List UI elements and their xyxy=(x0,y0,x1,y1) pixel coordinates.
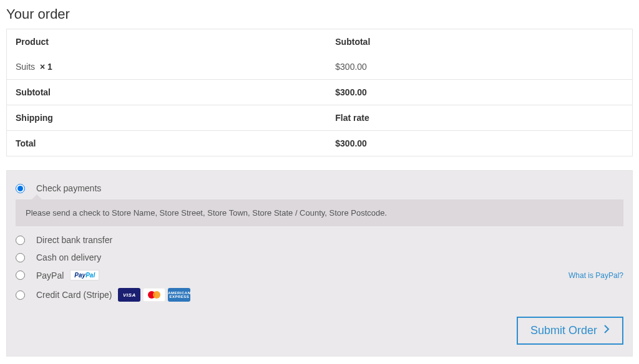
payment-option-stripe[interactable]: Credit Card (Stripe) VISA AMERICANEXPRES… xyxy=(16,284,623,305)
label-cash-on-delivery: Cash on delivery xyxy=(36,252,101,262)
payment-option-check[interactable]: Check payments xyxy=(16,180,623,197)
label-check-payments: Check payments xyxy=(36,183,101,193)
paypal-logo-icon: PayPal xyxy=(70,270,99,280)
col-product: Product xyxy=(7,29,327,55)
card-badges: VISA AMERICANEXPRESS xyxy=(118,288,190,302)
amex-icon: AMERICANEXPRESS xyxy=(168,288,190,302)
mastercard-icon xyxy=(143,288,165,302)
total-value: $300.00 xyxy=(326,131,632,156)
radio-check-payments[interactable] xyxy=(16,184,25,193)
payment-option-cod[interactable]: Cash on delivery xyxy=(16,249,623,266)
total-label: Total xyxy=(7,131,327,156)
shipping-label: Shipping xyxy=(7,105,327,131)
submit-order-label: Submit Order xyxy=(530,324,597,337)
subtotal-value: $300.00 xyxy=(326,80,632,105)
subtotal-label: Subtotal xyxy=(7,80,327,105)
payment-option-bank[interactable]: Direct bank transfer xyxy=(16,231,623,249)
order-review-table: Product Subtotal Suits × 1 $300.00 Subto… xyxy=(6,29,633,156)
line-item-subtotal: $300.00 xyxy=(326,54,632,80)
product-name: Suits xyxy=(16,62,35,72)
payment-methods-box: Check payments Please send a check to St… xyxy=(6,170,633,357)
radio-cash-on-delivery[interactable] xyxy=(16,253,25,262)
radio-paypal[interactable] xyxy=(16,271,25,280)
radio-stripe[interactable] xyxy=(16,290,25,300)
shipping-value: Flat rate xyxy=(326,105,632,131)
line-item-row: Suits × 1 $300.00 xyxy=(7,54,633,80)
chevron-right-icon xyxy=(603,324,610,337)
label-paypal: PayPal xyxy=(36,271,64,280)
label-stripe: Credit Card (Stripe) xyxy=(36,290,112,300)
check-payments-description: Please send a check to Store Name, Store… xyxy=(16,199,623,226)
product-qty-prefix: × xyxy=(40,62,45,72)
product-qty: 1 xyxy=(47,62,52,72)
col-subtotal: Subtotal xyxy=(326,29,632,55)
visa-icon: VISA xyxy=(118,288,140,302)
submit-order-button[interactable]: Submit Order xyxy=(517,317,623,345)
what-is-paypal-link[interactable]: What is PayPal? xyxy=(568,271,623,280)
payment-option-paypal[interactable]: PayPal PayPal What is PayPal? xyxy=(16,266,623,284)
radio-bank-transfer[interactable] xyxy=(16,236,25,245)
order-heading: Your order xyxy=(6,6,633,22)
label-bank-transfer: Direct bank transfer xyxy=(36,235,112,245)
